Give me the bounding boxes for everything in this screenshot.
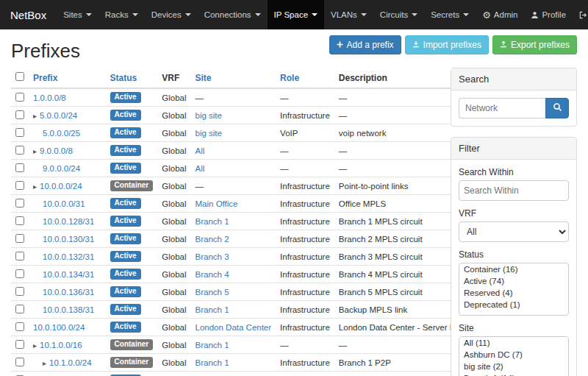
export-prefixes-button[interactable]: Export prefixes <box>492 35 577 54</box>
site-link[interactable]: London Data Center <box>196 323 272 332</box>
row-checkbox[interactable] <box>15 234 24 243</box>
column-header-prefix[interactable]: Prefix <box>29 68 106 88</box>
site-link[interactable]: All <box>196 146 205 155</box>
profile-menu-item[interactable]: Profile <box>524 0 573 29</box>
status-cell: Active <box>106 266 158 283</box>
expand-toggle-icon[interactable]: ▸ <box>33 147 37 155</box>
prefix-link[interactable]: 10.0.0.128/31 <box>43 217 94 226</box>
row-checkbox[interactable] <box>15 322 24 331</box>
row-checkbox[interactable] <box>15 216 24 225</box>
site-link[interactable]: big site <box>196 111 222 120</box>
select-all-checkbox[interactable] <box>15 72 24 81</box>
site-link[interactable]: Branch 2 <box>196 235 229 244</box>
brand-logo[interactable]: NetBox <box>0 0 57 29</box>
site-cell: big site <box>191 107 276 124</box>
prefix-link[interactable]: 9.0.0.0/24 <box>43 164 80 173</box>
site-link[interactable]: Branch 1 <box>196 305 229 314</box>
row-checkbox[interactable] <box>15 269 24 278</box>
row-checkbox[interactable] <box>15 146 24 155</box>
search-within-input[interactable] <box>459 180 569 201</box>
row-checkbox[interactable] <box>15 252 24 260</box>
filter-option[interactable]: Active (74) <box>459 275 568 287</box>
search-button[interactable] <box>545 98 569 118</box>
row-checkbox[interactable] <box>15 305 24 313</box>
filter-option[interactable]: Branch 1 (14) <box>459 372 568 376</box>
prefix-link[interactable]: 10.0.0.0/31 <box>43 199 85 208</box>
status-badge: Active <box>110 322 141 333</box>
row-checkbox[interactable] <box>15 287 24 296</box>
prefix-cell: 9.0.0.0/24 <box>29 160 106 177</box>
status-cell: Active <box>106 319 158 336</box>
row-checkbox[interactable] <box>15 358 24 366</box>
filter-option[interactable]: Ashburn DC (7) <box>459 349 568 361</box>
nav-item-secrets[interactable]: Secrets <box>424 0 476 29</box>
prefix-cell: ▸10.1.0.0/16 <box>29 336 106 354</box>
vrf-cell: Global <box>157 195 190 213</box>
row-checkbox[interactable] <box>15 128 24 137</box>
search-input[interactable] <box>459 98 545 118</box>
nav-item-sites[interactable]: Sites <box>57 0 98 29</box>
nav-item-vlans[interactable]: VLANs <box>324 0 373 29</box>
site-link[interactable]: Branch 5 <box>196 288 229 297</box>
filter-option[interactable]: Deprecated (1) <box>459 299 568 311</box>
row-checkbox[interactable] <box>15 199 24 207</box>
prefix-link[interactable]: 1.0.0.0/8 <box>33 93 66 102</box>
expand-toggle-icon[interactable]: ▸ <box>33 112 37 120</box>
filter-option[interactable]: big site (2) <box>459 361 568 372</box>
column-header-role[interactable]: Role <box>276 68 334 88</box>
logout-menu-item[interactable]: Log out <box>573 0 588 29</box>
row-checkbox[interactable] <box>15 93 24 102</box>
filter-option[interactable]: All (11) <box>459 337 568 349</box>
row-checkbox[interactable] <box>15 163 24 172</box>
expand-toggle-icon[interactable]: ▸ <box>33 341 37 350</box>
admin-menu-item[interactable]: ⚙ Admin <box>476 0 524 29</box>
import-prefixes-button[interactable]: Import prefixes <box>405 35 489 54</box>
vrf-cell: Global <box>157 213 190 230</box>
vrf-filter-select[interactable]: All <box>459 221 569 242</box>
filter-panel: Filter Search Within VRF All Status Cont… <box>451 137 577 376</box>
prefix-link[interactable]: 10.1.0.0/24 <box>49 358 92 367</box>
site-link[interactable]: Branch 1 <box>196 358 229 367</box>
site-filter-listbox[interactable]: All (11)Ashburn DC (7)big site (2)Branch… <box>459 336 569 376</box>
site-link[interactable]: big site <box>196 129 222 138</box>
site-link[interactable]: Main Office <box>196 199 238 208</box>
row-checkbox[interactable] <box>15 340 24 349</box>
site-link[interactable]: Branch 1 <box>196 217 229 226</box>
row-checkbox[interactable] <box>15 181 24 190</box>
prefix-link[interactable]: 10.0.0.136/31 <box>43 288 94 297</box>
prefix-link[interactable]: 10.0.0.134/31 <box>43 270 94 279</box>
site-link[interactable]: Branch 3 <box>196 252 229 261</box>
site-link[interactable]: Branch 1 <box>196 341 229 350</box>
expand-toggle-icon[interactable]: ▸ <box>33 182 37 191</box>
prefix-link[interactable]: 10.0.0.138/31 <box>43 305 94 314</box>
prefix-link[interactable]: 10.0.0.132/31 <box>43 252 94 261</box>
row-checkbox[interactable] <box>15 110 24 119</box>
expand-toggle-icon[interactable]: ▸ <box>43 359 46 367</box>
filter-option[interactable]: Reserved (4) <box>459 287 568 299</box>
nav-item-racks[interactable]: Racks <box>98 0 145 29</box>
status-filter-listbox[interactable]: Container (16)Active (74)Reserved (4)Dep… <box>459 263 569 316</box>
prefix-link[interactable]: 10.0.100.0/24 <box>33 323 85 332</box>
prefix-link[interactable]: 10.0.0.0/24 <box>40 182 82 191</box>
prefix-link[interactable]: 10.0.0.130/31 <box>43 235 94 244</box>
nav-item-label: Secrets <box>431 10 459 19</box>
prefix-link[interactable]: 9.0.0.0/8 <box>40 146 73 155</box>
caret-down-icon <box>132 13 138 16</box>
filter-panel-title: Filter <box>451 138 576 160</box>
add-prefix-button[interactable]: Add a prefix <box>329 35 401 54</box>
filter-option[interactable]: Container (16) <box>459 263 568 275</box>
prefix-link[interactable]: 5.0.0.0/25 <box>43 129 80 138</box>
column-header-status[interactable]: Status <box>106 68 158 88</box>
site-link[interactable]: Branch 4 <box>196 270 229 279</box>
prefix-link[interactable]: 10.1.0.0/16 <box>40 341 82 350</box>
nav-item-connections[interactable]: Connections <box>198 0 268 29</box>
table-row: 10.0.0.134/31ActiveGlobalBranch 4Infrast… <box>11 266 485 283</box>
site-link[interactable]: All <box>196 164 205 173</box>
nav-item-ip-space[interactable]: IP Space <box>268 0 324 29</box>
nav-item-devices[interactable]: Devices <box>145 0 198 29</box>
prefix-link[interactable]: 5.0.0.0/24 <box>40 111 77 120</box>
nav-item-circuits[interactable]: Circuits <box>373 0 424 29</box>
status-badge: Active <box>110 269 141 280</box>
prefix-cell: ▸5.0.0.0/24 <box>29 107 106 124</box>
column-header-site[interactable]: Site <box>191 68 276 88</box>
